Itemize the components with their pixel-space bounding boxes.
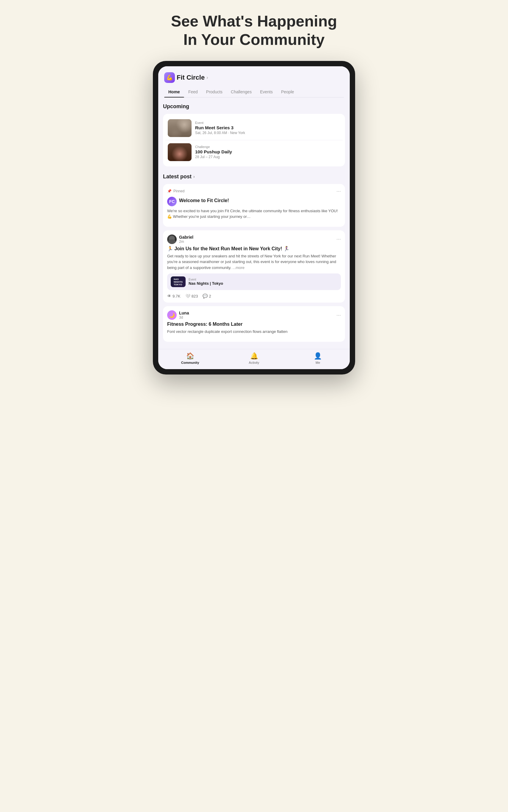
app-header: 💪 Fit Circle › Home Feed Products Challe…: [158, 66, 350, 97]
event-meta-run-meet: Sat, 26 Jul, 8:00 AM · New York: [195, 131, 340, 135]
event-info-pushup: Challenge 100 Pushup Daily 28 Jul – 27 A…: [195, 145, 340, 159]
luna-author-row: 🌙 Luna 3d ···: [167, 310, 341, 320]
community-label: Community: [181, 361, 199, 365]
app-name: Fit Circle: [177, 74, 205, 82]
tab-feed[interactable]: Feed: [184, 87, 202, 97]
event-type-label: Event: [195, 121, 340, 125]
luna-author-info: Luna 3d: [179, 311, 334, 320]
nas-nights-info: Event Nas Nights | Tokyo: [188, 278, 223, 286]
views-stat: 👁 9.7K: [167, 294, 180, 298]
event-meta-pushup: 28 Jul – 27 Aug: [195, 155, 340, 159]
latest-post-arrow[interactable]: ›: [193, 174, 195, 179]
bottom-nav-activity[interactable]: 🔔 Activity: [222, 352, 286, 365]
activity-icon: 🔔: [250, 352, 258, 360]
gabriel-linked-event[interactable]: NASNIGHTSTOKYO Event Nas Nights | Tokyo: [167, 274, 341, 290]
me-icon: 👤: [314, 352, 322, 360]
gabriel-name: Gabriel: [179, 235, 334, 240]
activity-label: Activity: [249, 361, 259, 365]
welcome-post-author-row: FC Welcome to Fit Circle!: [167, 197, 341, 206]
tab-home[interactable]: Home: [164, 87, 184, 97]
bottom-nav-community[interactable]: 🏠 Community: [158, 352, 222, 365]
device-frame: 💪 Fit Circle › Home Feed Products Challe…: [153, 61, 355, 375]
nas-nights-type: Event: [188, 278, 223, 281]
luna-post: 🌙 Luna 3d ··· Fitness Progress: 6 Months…: [163, 306, 345, 342]
event-item-pushup[interactable]: Challenge 100 Pushup Daily 28 Jul – 27 A…: [165, 140, 343, 164]
gabriel-post: Gabriel 2m ··· 🏃 Join Us for the Next Ru…: [163, 230, 345, 303]
event-item-run-meet[interactable]: Event Run Meet Series 3 Sat, 26 Jul, 8:0…: [165, 116, 343, 140]
luna-name: Luna: [179, 311, 334, 315]
views-count: 9.7K: [172, 294, 180, 298]
tab-events[interactable]: Events: [256, 87, 277, 97]
community-icon: 🏠: [186, 352, 194, 360]
gabriel-author-row: Gabriel 2m ···: [167, 235, 341, 244]
gabriel-avatar: [167, 235, 177, 244]
tab-challenges[interactable]: Challenges: [227, 87, 256, 97]
heart-icon: 🤍: [185, 294, 190, 298]
welcome-post-more-button[interactable]: ···: [336, 188, 341, 194]
tab-products[interactable]: Products: [202, 87, 227, 97]
latest-post-section-header: Latest post ›: [163, 174, 345, 180]
gabriel-post-time: 2m: [179, 240, 334, 244]
comment-icon: 💬: [203, 294, 208, 298]
gabriel-post-text: Get ready to lace up your sneakers and h…: [167, 253, 341, 271]
welcome-post-avatar: FC: [167, 197, 177, 206]
hero-title: See What's Happening In Your Community: [171, 12, 337, 49]
pinned-row: 📌 Pinned ···: [167, 188, 341, 194]
app-logo: 💪: [164, 72, 175, 83]
event-title-pushup: 100 Pushup Daily: [195, 149, 340, 154]
upcoming-card: Event Run Meet Series 3 Sat, 26 Jul, 8:0…: [163, 114, 345, 166]
likes-stat[interactable]: 🤍 823: [185, 294, 198, 298]
luna-post-more-button[interactable]: ···: [336, 312, 341, 318]
upcoming-section-header: Upcoming: [163, 103, 345, 110]
luna-post-text: Font vector rectangle duplicate export c…: [167, 329, 341, 335]
luna-avatar: 🌙: [167, 310, 177, 320]
chevron-right-icon: ›: [206, 75, 208, 80]
gabriel-post-more-link[interactable]: ...more: [232, 266, 244, 270]
event-thumb-run-meet: [168, 119, 192, 137]
likes-count: 823: [192, 294, 198, 298]
challenge-type-label: Challenge: [195, 145, 340, 149]
device-screen: 💪 Fit Circle › Home Feed Products Challe…: [158, 66, 350, 369]
welcome-post-title: Welcome to Fit Circle!: [179, 198, 341, 203]
comments-stat[interactable]: 💬 2: [203, 294, 211, 298]
luna-post-title: Fitness Progress: 6 Months Later: [167, 322, 341, 327]
nav-tabs: Home Feed Products Challenges Events Peo…: [164, 87, 344, 97]
gabriel-post-more-button[interactable]: ···: [336, 236, 341, 242]
gabriel-author-info: Gabriel 2m: [179, 235, 334, 244]
comments-count: 2: [209, 294, 211, 298]
nas-nights-title: Nas Nights | Tokyo: [188, 281, 223, 286]
event-thumb-pushup: [168, 143, 192, 161]
pinned-welcome-post: 📌 Pinned ··· FC Welcome to Fit Circle! W…: [163, 184, 345, 227]
event-info-run-meet: Event Run Meet Series 3 Sat, 26 Jul, 8:0…: [195, 121, 340, 135]
bottom-nav: 🏠 Community 🔔 Activity 👤 Me: [158, 349, 350, 369]
bottom-nav-me[interactable]: 👤 Me: [286, 352, 350, 365]
welcome-post-author-info: Welcome to Fit Circle!: [179, 198, 341, 205]
welcome-post-text: We're so excited to have you join Fit Ci…: [167, 208, 341, 220]
app-content: Upcoming Event Run Meet Series 3 Sat, 26…: [158, 97, 350, 349]
event-title-run-meet: Run Meet Series 3: [195, 125, 340, 130]
tab-people[interactable]: People: [277, 87, 298, 97]
me-label: Me: [315, 361, 320, 365]
pin-icon: 📌: [167, 189, 172, 193]
luna-post-time: 3d: [179, 315, 334, 320]
gabriel-post-title: 🏃 Join Us for the Next Run Meet in New Y…: [167, 246, 341, 251]
gabriel-post-stats: 👁 9.7K 🤍 823 💬 2: [167, 294, 341, 298]
nas-nights-thumb: NASNIGHTSTOKYO: [171, 276, 185, 287]
views-icon: 👁: [167, 294, 171, 298]
app-name-row: 💪 Fit Circle ›: [164, 72, 344, 83]
